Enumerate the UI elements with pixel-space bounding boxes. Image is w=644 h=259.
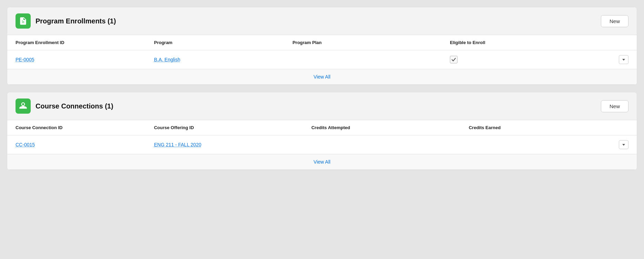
col-header-program: Program [146, 35, 284, 50]
program-enrollments-header-left: Program Enrollments (1) [16, 13, 116, 29]
program-enrollments-panel: Program Enrollments (1) New Program Enro… [7, 7, 637, 85]
credits-earned-cell [461, 135, 637, 154]
course-connections-title: Course Connections (1) [36, 102, 113, 110]
course-offering-link[interactable]: ENG 211 - FALL 2020 [154, 142, 201, 147]
eligible-checkbox[interactable] [450, 56, 457, 63]
col-header-credits-earned: Credits Earned [461, 120, 637, 135]
col-header-connection-id: Course Connection ID [7, 120, 146, 135]
connection-row-dropdown[interactable] [619, 140, 628, 149]
col-header-eligible: Eligible to Enroll [442, 35, 637, 50]
col-header-course-offering: Course Offering ID [146, 120, 303, 135]
program-enrollments-view-all-link[interactable]: View All [314, 74, 331, 80]
program-enrollments-header: Program Enrollments (1) New [7, 7, 637, 35]
course-connections-header: Course Connections (1) New [7, 92, 637, 120]
program-enrollments-view-all-cell: View All [7, 69, 637, 85]
course-connections-header-left: Course Connections (1) [16, 99, 113, 114]
program-enrollments-view-all-row: View All [7, 69, 637, 85]
course-offering-cell: ENG 211 - FALL 2020 [146, 135, 303, 154]
course-connections-header-row: Course Connection ID Course Offering ID … [7, 120, 637, 135]
svg-marker-1 [622, 144, 625, 146]
col-header-program-plan: Program Plan [284, 35, 442, 50]
enrollment-icon [16, 13, 31, 29]
col-header-enrollment-id: Program Enrollment ID [7, 35, 146, 50]
table-row: PE-0005 B.A. English [7, 50, 637, 69]
program-enrollments-new-button[interactable]: New [601, 15, 628, 27]
course-connections-new-button[interactable]: New [601, 100, 628, 112]
svg-marker-0 [622, 59, 625, 61]
enrollment-row-dropdown[interactable] [619, 55, 628, 64]
connection-id-cell: CC-0015 [7, 135, 146, 154]
program-enrollments-header-row: Program Enrollment ID Program Program Pl… [7, 35, 637, 50]
eligible-cell [442, 50, 637, 69]
program-enrollments-table: Program Enrollment ID Program Program Pl… [7, 35, 637, 85]
program-enrollments-title: Program Enrollments (1) [36, 17, 116, 25]
program-link[interactable]: B.A. English [154, 57, 180, 62]
course-connections-table: Course Connection ID Course Offering ID … [7, 120, 637, 170]
credits-attempted-cell [303, 135, 461, 154]
connection-id-link[interactable]: CC-0015 [16, 142, 35, 147]
course-connections-view-all-cell: View All [7, 154, 637, 170]
course-connections-panel: Course Connections (1) New Course Connec… [7, 92, 637, 170]
table-row: CC-0015 ENG 211 - FALL 2020 [7, 135, 637, 154]
program-plan-cell [284, 50, 442, 69]
course-connection-icon [16, 99, 31, 114]
course-connections-view-all-row: View All [7, 154, 637, 170]
enrollment-id-cell: PE-0005 [7, 50, 146, 69]
program-cell: B.A. English [146, 50, 284, 69]
eligible-checkbox-container [450, 56, 457, 63]
course-connections-view-all-link[interactable]: View All [314, 159, 331, 165]
enrollment-id-link[interactable]: PE-0005 [16, 57, 34, 62]
col-header-credits-attempted: Credits Attempted [303, 120, 461, 135]
